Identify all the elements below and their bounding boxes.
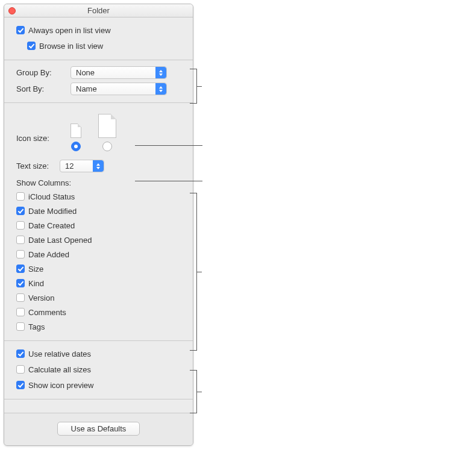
checkbox-column-comments[interactable] [16,308,25,316]
callout-line [135,145,202,146]
checkbox-column-date-modified[interactable] [16,207,25,215]
callout-line [197,272,202,272]
label-group-by: Group By: [16,68,70,77]
popup-sort-by-value: Name [76,84,97,93]
label-column: Date Modified [28,207,77,216]
label-sort-by: Sort By: [16,84,70,93]
label-show-icon-preview: Show icon preview [28,381,93,390]
checkbox-always-open-list-view[interactable] [16,26,25,34]
column-option-row: Date Last Opened [16,233,184,246]
radio-icon-size-small[interactable] [71,142,81,151]
footer: Use as Defaults [4,413,193,445]
checkbox-column-date-added[interactable] [16,250,25,258]
label-column: Version [28,293,54,302]
callout-line [197,86,202,87]
column-option-row: Date Modified [16,204,184,218]
column-option-row: Kind [16,277,184,290]
popup-group-by[interactable]: None [70,66,167,79]
updown-icon [155,67,166,78]
callout-line [197,392,202,392]
column-option-row: Date Added [16,248,184,261]
close-icon[interactable] [8,7,16,14]
checkbox-column-date-created[interactable] [16,221,25,230]
label-column: Comments [28,308,66,317]
checkbox-column-tags[interactable] [16,322,25,331]
column-option-row: Comments [16,305,184,319]
updown-icon [93,160,104,172]
column-option-row: Date Created [16,219,184,232]
label-column: Size [28,265,43,274]
section-view-mode: Always open in list view Browse in list … [4,17,193,60]
checkbox-show-icon-preview[interactable] [16,381,25,389]
column-option-row: Version [16,291,184,304]
popup-group-by-value: None [76,68,95,77]
callout-line [135,181,202,181]
label-column: Date Created [28,221,75,230]
popup-text-size[interactable]: 12 [60,160,104,172]
titlebar: Folder [4,4,193,17]
column-option-row: Size [16,262,184,275]
label-column: Tags [28,322,45,331]
label-column: Date Last Opened [28,236,92,245]
checkbox-calculate-all-sizes[interactable] [16,365,25,374]
label-use-relative-dates: Use relative dates [28,349,91,359]
show-columns-list: iCloud StatusDate ModifiedDate CreatedDa… [16,190,184,333]
label-always-open-list-view: Always open in list view [28,26,111,35]
checkbox-column-date-last-opened[interactable] [16,236,25,244]
section-icon-text-columns: Icon size: Text size: 12 Show Columns: i… [4,103,193,341]
label-browse-list-view: Browse in list view [39,42,103,51]
checkbox-browse-list-view[interactable] [27,42,36,50]
window-title: Folder [87,6,110,15]
label-column: iCloud Status [28,192,75,201]
document-icon [98,114,116,138]
label-calculate-all-sizes: Calculate all sizes [28,365,91,374]
section-bottom-options: Use relative dates Calculate all sizes S… [4,341,193,399]
document-icon [70,124,81,138]
view-options-panel: Folder Always open in list view Browse i… [4,4,193,446]
checkbox-use-relative-dates[interactable] [16,349,25,358]
radio-icon-size-large[interactable] [102,142,112,151]
use-as-defaults-label: Use as Defaults [71,424,127,433]
checkbox-column-kind[interactable] [16,279,25,287]
checkbox-column-version[interactable] [16,293,25,302]
popup-sort-by[interactable]: Name [70,83,167,95]
column-option-row: Tags [16,320,184,333]
popup-text-size-value: 12 [65,161,74,171]
label-column: Date Added [28,250,69,259]
use-as-defaults-button[interactable]: Use as Defaults [57,422,140,436]
checkbox-column-icloud-status[interactable] [16,192,25,201]
label-text-size: Text size: [16,161,60,171]
checkbox-column-size[interactable] [16,265,25,273]
heading-show-columns: Show Columns: [16,178,184,187]
section-group-sort: Group By: None Sort By: Name [4,60,193,103]
column-option-row: iCloud Status [16,190,184,203]
updown-icon [155,83,166,95]
label-column: Kind [28,279,44,288]
label-icon-size: Icon size: [16,134,70,151]
